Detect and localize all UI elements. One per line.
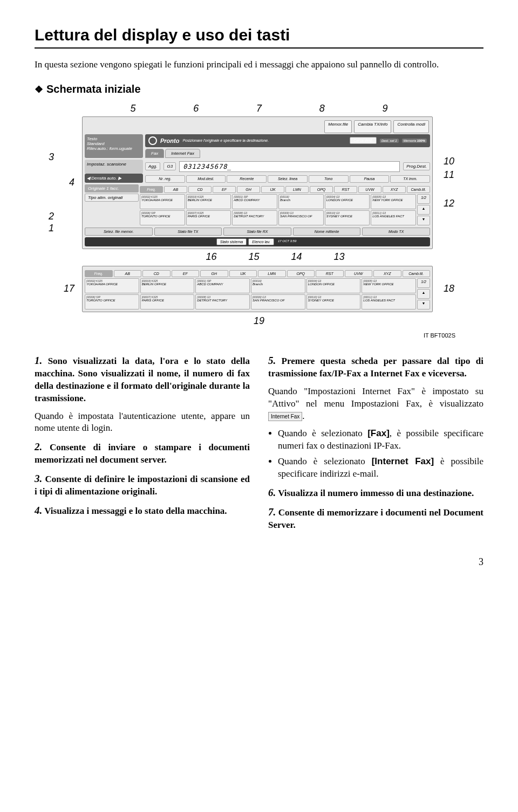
item-5-bullet-internetfax: Quando è selezionato [Internet Fax] è po… [278, 456, 483, 480]
function-key-row: Nr. reg. Mod.dest. Recente Selez. linea … [145, 175, 430, 183]
address-button[interactable]: [00010] G3SYDNEY OFFICE [325, 210, 370, 225]
system-status-bar: Stato sistema Elenco lav. 17 OCT 3:59 [85, 237, 430, 246]
callout-12: 12 [444, 198, 469, 209]
page-title: Lettura del display e uso dei tasti [35, 26, 483, 44]
page-up-button[interactable]: ▲ [417, 205, 430, 215]
callout-11: 11 [444, 169, 469, 181]
callout-3: 3 [49, 152, 54, 163]
memor-file-button[interactable]: Memor.file [324, 120, 352, 133]
internet-fax-inline-button: Internet Fax [268, 412, 302, 422]
lcd-panel: Memor.file Cambia TX/info Controlla modi… [82, 116, 433, 249]
page-indicator: 1/2 [417, 194, 430, 204]
addressbook-panel: Freq. AB CD EF GH IJK LMN OPQ RST UVW XY… [82, 266, 433, 312]
datetime-display: 17 OCT 3:59 [276, 238, 298, 245]
figure-code: IT BFT002S [35, 332, 492, 339]
item-4: 4. Visualizza i messaggi e lo stato dell… [35, 504, 250, 518]
intro-text: In questa sezione vengono spiegati le fu… [35, 58, 483, 71]
prog-dest-button[interactable]: Prog.Dest. [403, 162, 430, 170]
density-button[interactable]: ◀ Densità auto. ▶ [85, 174, 143, 183]
address-button[interactable]: [00008] G3DETROIT FACTORY [195, 294, 250, 309]
modo-tx-button[interactable]: Modo TX [362, 228, 430, 236]
address-button[interactable]: [00005] G3NEW YORK OFFICE [362, 278, 416, 293]
page-number: 3 [35, 556, 483, 568]
item-1-extra: Quando è impostata l'autenticazione uten… [35, 410, 250, 435]
address-button[interactable]: [00003] K325BERLIN OFFICE [140, 278, 195, 293]
tab-internet-fax[interactable]: Internet Fax [165, 149, 200, 158]
dial-display: 0312345678_ [179, 161, 400, 172]
address-button[interactable]: [00001] SIPABCD COMPANY [195, 278, 250, 293]
address-button[interactable]: [00016]Branch [278, 194, 324, 209]
address-button[interactable]: [00010] G3SYDNEY OFFICE [306, 294, 361, 309]
callout-18: 18 [436, 283, 469, 294]
page-down-button[interactable]: ▼ [417, 300, 430, 309]
address-button[interactable]: [00006] SIPTORONTO OFFICE [85, 294, 139, 309]
agg-button[interactable]: Agg. [145, 162, 160, 170]
callout-1: 1 [49, 223, 54, 234]
callouts-under: 16 15 14 13 [82, 251, 436, 263]
freq-key[interactable]: Freq. [140, 186, 163, 193]
item-3: 3. Consente di definire le impostazioni … [35, 472, 250, 498]
item-5-extra: Quando "Impostazioni Internet Fax" è imp… [268, 386, 483, 423]
address-button[interactable]: [00009] G3SAN FRANCISCO OF [251, 294, 305, 309]
stato-file-tx-button[interactable]: Stato file TX [154, 228, 222, 236]
selez-file-memor-button[interactable]: Selez. file memor. [85, 228, 153, 236]
address-button[interactable]: [00016]Branch [251, 278, 305, 293]
diamond-bullet-icon: ❖ [35, 84, 43, 95]
item-2: 2. Consente di inviare o stampare i docu… [35, 440, 250, 466]
address-button[interactable]: [00002] K325YOKOHAMA OFFICE [140, 194, 185, 209]
address-button[interactable]: [00007] K325PARIS OFFICE [140, 294, 195, 309]
controlla-modi-button[interactable]: Controlla modi [393, 120, 429, 133]
page-down-button[interactable]: ▼ [417, 216, 430, 225]
scan-settings-sidebar[interactable]: Testo Standard Rilev.auto.: form.uguale [85, 134, 143, 158]
memoria-indicator: Memoria 100% [402, 139, 427, 143]
address-button[interactable]: [00011] G3LOS ANGELES FACT [362, 294, 416, 309]
item-5: 5. Premere questa scheda per passare dal… [268, 354, 483, 380]
search-dest-button[interactable]: Cerca dest. [350, 137, 377, 144]
item-5-bullet-fax: Quando è selezionato [Fax], è possibile … [278, 428, 483, 452]
address-button[interactable]: [00001] SIPABCD COMPANY [232, 194, 277, 209]
callout-19: 19 [254, 315, 264, 326]
address-button[interactable]: [00004] G3LONDON OFFICE [325, 194, 370, 209]
callouts-top: 5 6 7 8 9 [82, 103, 436, 114]
stato-file-rx-button[interactable]: Stato file RX [223, 228, 291, 236]
callout-10: 10 [444, 156, 469, 167]
stato-sistema-button[interactable]: Stato sistema [216, 238, 247, 245]
section-heading: ❖Schermata iniziale [35, 83, 483, 95]
control-panel-figure: 5 6 7 8 9 4 Memor.file Cambia TX/info Co… [49, 103, 469, 327]
page-up-button[interactable]: ▲ [417, 289, 430, 299]
cambia-tx-info-button[interactable]: Cambia TX/info [354, 120, 391, 133]
callout-17: 17 [49, 283, 82, 294]
address-button[interactable]: [00009] G3SAN FRANCISCO OF [278, 210, 324, 225]
dest-set-indicator: Dest. set 1 [380, 139, 399, 143]
address-button[interactable]: [00005] G3NEW YORK OFFICE [371, 194, 416, 209]
address-grid: [00002] K325YOKOHAMA OFFICE [00003] K325… [140, 194, 416, 225]
callout-2: 2 [49, 211, 54, 222]
address-button[interactable]: [00002] K325YOKOHAMA OFFICE [85, 278, 139, 293]
address-button[interactable]: [00004] G3LONDON OFFICE [306, 278, 361, 293]
address-button[interactable]: [00003] K325BERLIN OFFICE [186, 194, 231, 209]
status-bar: Pronto Posizionare l'originale e specifi… [145, 134, 430, 147]
ready-icon [148, 136, 157, 145]
nome-mittente-button[interactable]: Nome mittente [293, 228, 361, 236]
item-1: 1. Sono visualizzati la data, l'ora e lo… [35, 354, 250, 405]
title-underline [35, 47, 483, 49]
tipo-alim-button[interactable]: Tipo alim. originali [85, 194, 139, 202]
address-button[interactable]: [00008] G3DETROIT FACTORY [232, 210, 277, 225]
item-7: 7. Consente di memorizzare i documenti n… [268, 505, 483, 532]
address-button[interactable]: [00011] G3LOS ANGELES FACT [371, 210, 416, 225]
alpha-key-row: Freq. AB CD EF GH IJK LMN OPQ RST UVW XY [140, 186, 430, 193]
item-6: 6. Visualizza il numero immesso di una d… [268, 486, 483, 500]
g3-indicator: G3 [163, 162, 176, 170]
bottom-button-row: Selez. file memor. Stato file TX Stato f… [85, 228, 430, 236]
originale-1-facc-button[interactable]: Originale 1 facc. [85, 184, 139, 192]
elenco-lav-button[interactable]: Elenco lav. [248, 238, 274, 245]
address-button[interactable]: [00006] SIPTORONTO OFFICE [140, 210, 185, 225]
scan-settings-button[interactable]: Impostaz. scansione [85, 160, 143, 174]
tab-fax[interactable]: Fax [145, 149, 164, 158]
callout-4: 4 [49, 177, 82, 188]
address-button[interactable]: [00007] K325PARIS OFFICE [186, 210, 231, 225]
